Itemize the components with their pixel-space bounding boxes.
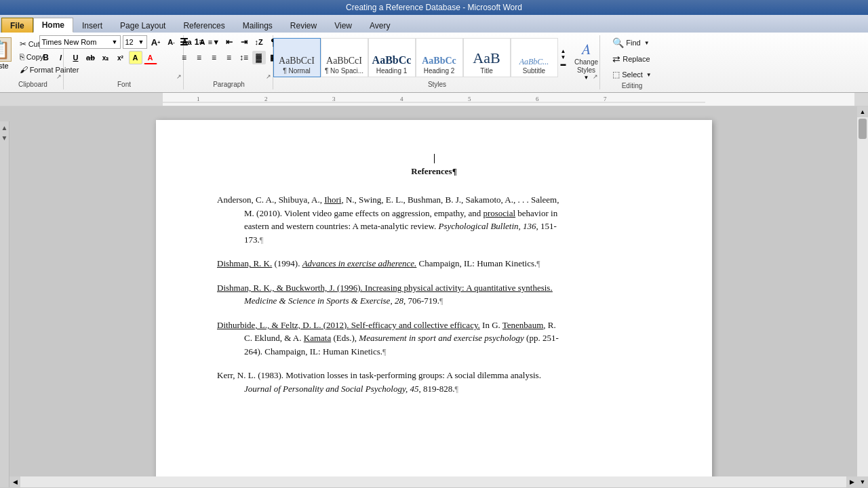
style-title[interactable]: AaB Title	[463, 38, 511, 77]
font-shrink-button[interactable]: A-	[165, 35, 178, 49]
scroll-left-button[interactable]: ◀	[9, 476, 20, 487]
style-heading2[interactable]: AaBbCc Heading 2	[416, 38, 463, 77]
superscript-button[interactable]: x²	[114, 51, 127, 64]
entry5-journal: Journal of Personality and Social Psycho…	[244, 384, 418, 394]
styles-scroll-down[interactable]: ▼	[561, 54, 566, 61]
entry3-first-line: Dishman, R. K., & Buckworth, J. (1996). …	[217, 281, 651, 295]
tab-mailings[interactable]: Mailings	[234, 18, 281, 33]
italic-button[interactable]: I	[54, 51, 68, 64]
select-dropdown[interactable]: ▼	[646, 72, 652, 78]
scroll-right-button[interactable]: ▶	[846, 476, 857, 487]
entry2-pilcrow: ¶	[536, 259, 540, 268]
scroll-track	[857, 117, 868, 476]
style-no-spacing[interactable]: AaBbCcI ¶ No Spaci...	[321, 38, 368, 77]
svg-text:7: 7	[604, 96, 607, 102]
scroll-down-button[interactable]: ▼	[857, 476, 868, 487]
bullets-button[interactable]: ☰	[178, 35, 191, 49]
left-panel-arrow-up[interactable]: ▲	[1, 124, 8, 131]
text-highlight-button[interactable]: A	[129, 51, 142, 64]
ruler-margin-left	[0, 93, 163, 106]
style-normal[interactable]: AaBbCcI ¶ Normal	[273, 38, 321, 77]
left-panel-arrow-down[interactable]: ▼	[1, 134, 8, 142]
entry3-cont1: Medicine & Science in Sports & Exercise,…	[217, 294, 651, 308]
underline-button[interactable]: U	[69, 51, 83, 64]
style-subtitle-preview: AaBbC...	[519, 58, 549, 66]
entry5-pilcrow: ¶	[455, 384, 458, 394]
styles-expand-icon[interactable]: ▬	[561, 61, 566, 68]
tab-home[interactable]: Home	[33, 18, 73, 33]
entry3-journal: Medicine & Science in Sports & Exercise,…	[244, 296, 403, 306]
entry1-first-line: Anderson, C. A., Shibuya, A., Ihori, N.,…	[217, 193, 651, 207]
svg-text:6: 6	[536, 96, 539, 102]
entry1-cont3: 173.¶	[217, 233, 651, 247]
multilevel-button[interactable]: ≡▼	[208, 35, 221, 49]
paste-button[interactable]: 📋 Paste	[0, 35, 15, 72]
sort-button[interactable]: ↕Z	[252, 35, 266, 49]
tab-review[interactable]: Review	[281, 18, 326, 33]
justify-button[interactable]: ≡	[222, 51, 236, 64]
table-row: Dishman, R. K., & Buckworth, J. (1996). …	[217, 281, 651, 308]
change-styles-dropdown[interactable]: ▼	[584, 75, 589, 81]
align-left-button[interactable]: ≡	[178, 51, 191, 64]
bold-button[interactable]: B	[39, 51, 53, 64]
font-color-button[interactable]: A	[144, 51, 157, 64]
find-dropdown[interactable]: ▼	[644, 40, 650, 46]
tab-view[interactable]: View	[326, 18, 361, 33]
tab-references[interactable]: References	[174, 18, 233, 33]
entry4-cont2: 264). Champaign, IL: Human Kinetics.¶	[217, 345, 651, 359]
entry1-prosocial: prosocial	[483, 208, 515, 218]
paragraph-expand[interactable]: ↗	[266, 73, 271, 80]
style-subtitle[interactable]: AaBbC... Subtitle	[511, 38, 558, 77]
styles-expand[interactable]: ↗	[593, 73, 598, 80]
style-heading2-label: Heading 2	[424, 67, 455, 75]
entry4-tenenbaum: Tenenbaum	[502, 320, 543, 330]
entry4-title: Measurement in sport and exercise psycho…	[359, 333, 524, 343]
find-icon: 🔍	[612, 37, 624, 48]
select-button[interactable]: ⬚ Select ▼	[608, 68, 656, 81]
svg-text:2: 2	[264, 96, 268, 102]
change-styles-icon: 𝐴	[582, 41, 591, 58]
replace-button[interactable]: ⇄ Replace	[608, 52, 654, 66]
font-name-dropdown[interactable]: ▼	[112, 39, 118, 45]
styles-more-button[interactable]: ▲ ▼ ▬	[558, 38, 569, 77]
styles-group: AaBbCcI ¶ Normal AaBbCcI ¶ No Spaci... A…	[275, 35, 600, 89]
tab-page-layout[interactable]: Page Layout	[111, 18, 174, 33]
format-painter-icon: 🖌	[20, 65, 28, 75]
editing-label: Editing	[601, 82, 663, 89]
ruler-margin-right	[854, 93, 868, 106]
align-right-button[interactable]: ≡	[208, 51, 221, 64]
font-size-input[interactable]: 12 ▼	[123, 35, 147, 49]
style-heading1-label: Heading 1	[376, 67, 408, 75]
font-name-input[interactable]: Times New Rom ▼	[39, 35, 121, 49]
entry3-pilcrow: ¶	[439, 296, 443, 306]
strikethrough-button[interactable]: ab	[84, 51, 98, 64]
find-button[interactable]: 🔍 Find ▼	[608, 35, 654, 50]
decrease-indent-button[interactable]: ⇤	[222, 35, 236, 49]
entry2-author: Dishman, R. K.	[217, 258, 272, 268]
entry4-first-line: Dithurbide, L., & Feltz, D. L. (2012). S…	[217, 319, 651, 332]
tab-avery[interactable]: Avery	[361, 18, 399, 33]
subscript-button[interactable]: x₂	[99, 51, 113, 64]
scroll-up-button[interactable]: ▲	[857, 106, 868, 117]
style-normal-preview: AaBbCcI	[279, 56, 315, 66]
line-spacing-button[interactable]: ↕≡	[237, 51, 251, 64]
tab-file[interactable]: File	[1, 18, 33, 33]
scroll-thumb[interactable]	[859, 119, 867, 139]
font-size-dropdown[interactable]: ▼	[138, 39, 144, 45]
styles-scroll-up[interactable]: ▲	[561, 48, 566, 55]
tab-insert[interactable]: Insert	[73, 18, 111, 33]
change-styles-button[interactable]: 𝐴 Change Styles ▼	[569, 36, 604, 79]
table-row: Dithurbide, L., & Feltz, D. L. (2012). S…	[217, 319, 651, 359]
increase-indent-button[interactable]: ⇥	[237, 35, 251, 49]
shading-button[interactable]: ▓	[252, 51, 266, 64]
ruler-content: 1 2 3 4 5 6 7	[163, 93, 854, 106]
cursor-area-top[interactable]	[217, 154, 651, 163]
svg-text:1: 1	[197, 96, 200, 102]
align-center-button[interactable]: ≡	[193, 51, 206, 64]
font-group: Times New Rom ▼ 12 ▼ A+ A- Aa A B I U ab…	[65, 35, 184, 89]
styles-label: Styles	[275, 81, 599, 88]
font-grow-button[interactable]: A+	[149, 35, 163, 49]
paragraph-group: ☰ 1≡ ≡▼ ⇤ ⇥ ↕Z ¶ ≡ ≡ ≡ ≡ ↕≡ ▓ ▦ Paragrap…	[185, 35, 273, 89]
numbering-button[interactable]: 1≡	[193, 35, 206, 49]
style-heading1[interactable]: AaBbCc Heading 1	[368, 38, 416, 77]
